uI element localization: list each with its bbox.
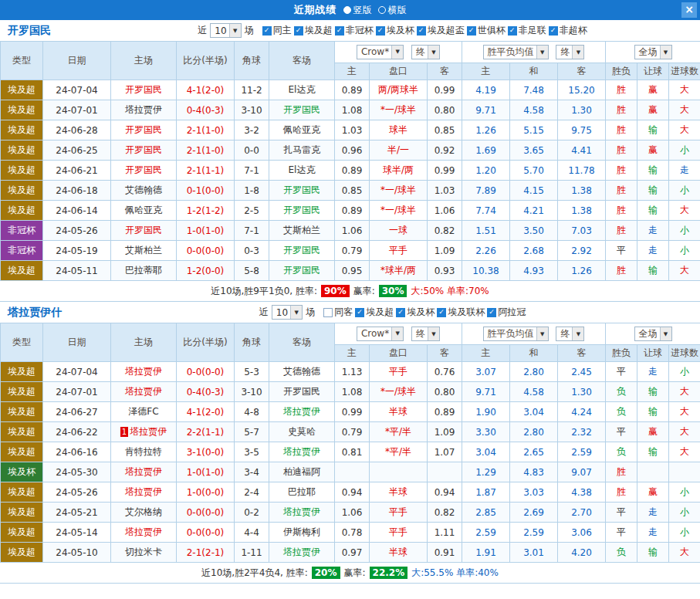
home-team[interactable]: 艾尔格纳 bbox=[111, 503, 177, 523]
away-team[interactable]: 塔拉贾伊 bbox=[269, 543, 335, 563]
home-team[interactable]: 艾斯柏兰 bbox=[111, 241, 177, 261]
corner-score: 3-10 bbox=[235, 100, 269, 120]
euro-odds-select[interactable]: 胜平负均值 ▼ bbox=[483, 45, 549, 59]
eu-draw-odds: 4.21 bbox=[510, 201, 558, 221]
checkbox-checked-icon[interactable]: ✓ bbox=[508, 26, 517, 36]
checkbox-checked-icon[interactable]: ✓ bbox=[376, 26, 385, 36]
checkbox-checked-icon[interactable]: ✓ bbox=[549, 26, 558, 36]
checkbox-checked-icon[interactable]: ✓ bbox=[467, 26, 476, 36]
checkbox-checked-icon[interactable]: ✓ bbox=[262, 26, 272, 36]
col-let: 让球 bbox=[637, 63, 669, 80]
asian-odds-time-select[interactable]: 终 ▼ bbox=[411, 45, 440, 59]
close-button[interactable]: × bbox=[681, 2, 697, 18]
home-team[interactable]: 塔拉贾伊 bbox=[111, 100, 177, 120]
checkbox-checked-icon[interactable]: ✓ bbox=[294, 26, 303, 36]
home-team[interactable]: 塔拉贾伊 bbox=[111, 382, 177, 402]
away-team[interactable]: 塔拉贾伊 bbox=[269, 402, 335, 422]
corner-score: 0-0 bbox=[235, 140, 269, 161]
handicap-line: 半球 bbox=[370, 543, 428, 563]
away-team[interactable]: 开罗国民 bbox=[269, 261, 335, 281]
filter-checkbox-埃及杯[interactable]: ✓埃及杯 bbox=[396, 306, 435, 319]
filter-checkbox-非冠杯[interactable]: ✓非冠杯 bbox=[335, 24, 374, 37]
home-team[interactable]: 开罗国民 bbox=[111, 221, 177, 241]
match-row: 埃及杯24-05-30塔拉贾伊1-0(1-0)3-4柏迪福阿1.294.839.… bbox=[1, 462, 700, 482]
away-team[interactable]: 巴拉耶 bbox=[269, 482, 335, 503]
away-team[interactable]: 开罗国民 bbox=[269, 201, 335, 221]
away-team[interactable]: 开罗国民 bbox=[269, 100, 335, 120]
checkbox-checked-icon[interactable]: ✓ bbox=[355, 308, 364, 317]
away-team[interactable]: El达克 bbox=[269, 80, 335, 100]
summary-mid: 赢率: bbox=[344, 567, 366, 580]
away-team[interactable]: 艾斯柏兰 bbox=[269, 221, 335, 241]
asian-odds-time-select[interactable]: 终 ▼ bbox=[411, 327, 440, 341]
filter-checkbox-埃及杯[interactable]: ✓埃及杯 bbox=[376, 24, 414, 37]
layout-radio-vertical[interactable]: 竖版 bbox=[343, 4, 372, 17]
home-team[interactable]: 巴拉蒂耶 bbox=[111, 261, 177, 281]
home-team[interactable]: 艾德翰德 bbox=[111, 181, 177, 201]
ah-away-odds: 0.92 bbox=[428, 140, 462, 161]
bookmaker-select[interactable]: Crow* ▼ bbox=[357, 327, 404, 341]
away-team[interactable]: 塔拉贾伊 bbox=[269, 503, 335, 523]
away-team[interactable]: 史莫哈 bbox=[269, 422, 335, 442]
match-row: 埃及超24-05-14塔拉贾伊0-0(0-0)4-4伊斯梅利0.78平手1.11… bbox=[1, 523, 700, 543]
away-team[interactable]: 艾德翰德 bbox=[269, 362, 335, 382]
filter-checkbox-阿拉冠[interactable]: ✓阿拉冠 bbox=[487, 306, 526, 319]
euro-odds-time-select[interactable]: 终 ▼ bbox=[556, 327, 584, 341]
away-team[interactable]: El达克 bbox=[269, 161, 335, 181]
home-team[interactable]: 泽德FC bbox=[111, 402, 177, 422]
checkbox-unchecked-icon[interactable] bbox=[323, 308, 333, 317]
eu-away-odds: 15.20 bbox=[558, 80, 606, 100]
home-team[interactable]: 切拉米卡 bbox=[111, 543, 177, 563]
away-team[interactable]: 塔拉贾伊 bbox=[269, 442, 335, 462]
home-team[interactable]: 开罗国民 bbox=[111, 140, 177, 161]
checkbox-checked-icon[interactable]: ✓ bbox=[417, 26, 426, 36]
bookmaker-select[interactable]: Crow* ▼ bbox=[357, 45, 404, 59]
home-team[interactable]: 塔拉贾伊 bbox=[111, 462, 177, 482]
match-count-select[interactable]: 10 ▼ bbox=[272, 305, 303, 320]
home-team[interactable]: 佩哈亚克 bbox=[111, 201, 177, 221]
euro-odds-time-select[interactable]: 终 ▼ bbox=[556, 45, 584, 59]
checkbox-checked-icon[interactable]: ✓ bbox=[335, 26, 344, 36]
scope-select[interactable]: 全场 ▼ bbox=[634, 327, 672, 341]
away-team[interactable]: 开罗国民 bbox=[269, 181, 335, 201]
home-team[interactable]: 开罗国民 bbox=[111, 80, 177, 100]
layout-radio-horizontal[interactable]: 横版 bbox=[378, 4, 407, 17]
home-team[interactable]: 1塔拉贾伊 bbox=[111, 422, 177, 442]
home-team[interactable]: 塔拉贾伊 bbox=[111, 523, 177, 543]
away-team[interactable]: 伊斯梅利 bbox=[269, 523, 335, 543]
checkbox-checked-icon[interactable]: ✓ bbox=[396, 308, 405, 317]
away-team[interactable]: 佩哈亚克 bbox=[269, 120, 335, 140]
near-label: 近 bbox=[259, 306, 269, 319]
goals-result-flag: 小 bbox=[669, 241, 700, 261]
handicap-line: 平手 bbox=[370, 241, 428, 261]
away-team[interactable]: 柏迪福阿 bbox=[269, 462, 335, 482]
handicap-result-flag: 走 bbox=[637, 221, 669, 241]
checkbox-checked-icon[interactable]: ✓ bbox=[487, 308, 496, 317]
checkbox-label: 埃及杯 bbox=[407, 306, 435, 319]
home-team[interactable]: 塔拉贾伊 bbox=[111, 482, 177, 503]
scope-select[interactable]: 全场 ▼ bbox=[634, 45, 672, 59]
filter-checkbox-非足联[interactable]: ✓非足联 bbox=[508, 24, 546, 37]
away-team[interactable]: 扎马雷克 bbox=[269, 140, 335, 161]
euro-odds-select[interactable]: 胜平负均值 ▼ bbox=[483, 327, 549, 341]
filter-checkbox-埃及超盃[interactable]: ✓埃及超盃 bbox=[417, 24, 465, 37]
home-team[interactable]: 塔拉贾伊 bbox=[111, 362, 177, 382]
filter-checkbox-埃及联杯[interactable]: ✓埃及联杯 bbox=[437, 306, 485, 319]
match-count-select[interactable]: 10 ▼ bbox=[210, 23, 241, 38]
filter-checkbox-埃及超[interactable]: ✓埃及超 bbox=[294, 24, 333, 37]
home-team[interactable]: 开罗国民 bbox=[111, 120, 177, 140]
away-team[interactable]: 开罗国民 bbox=[269, 241, 335, 261]
eu-home-odds: 1.20 bbox=[462, 161, 510, 181]
home-team[interactable]: 开罗国民 bbox=[111, 161, 177, 181]
match-row: 埃及超24-06-21开罗国民2-1(1-1)7-1El达克0.89球半/两0.… bbox=[1, 161, 700, 181]
filter-checkbox-世俱杯[interactable]: ✓世俱杯 bbox=[467, 24, 506, 37]
filter-checkbox-同客[interactable]: 同客 bbox=[323, 306, 353, 319]
filter-checkbox-非超杯[interactable]: ✓非超杯 bbox=[549, 24, 587, 37]
away-team[interactable]: 开罗国民 bbox=[269, 382, 335, 402]
checkbox-checked-icon[interactable]: ✓ bbox=[437, 308, 446, 317]
home-team[interactable]: 肯特拉特 bbox=[111, 442, 177, 462]
handicap-result-flag: 赢 bbox=[637, 100, 669, 120]
filter-checkbox-同主[interactable]: ✓同主 bbox=[262, 24, 292, 37]
result-flag: 平 bbox=[606, 503, 637, 523]
filter-checkbox-埃及超[interactable]: ✓埃及超 bbox=[355, 306, 394, 319]
